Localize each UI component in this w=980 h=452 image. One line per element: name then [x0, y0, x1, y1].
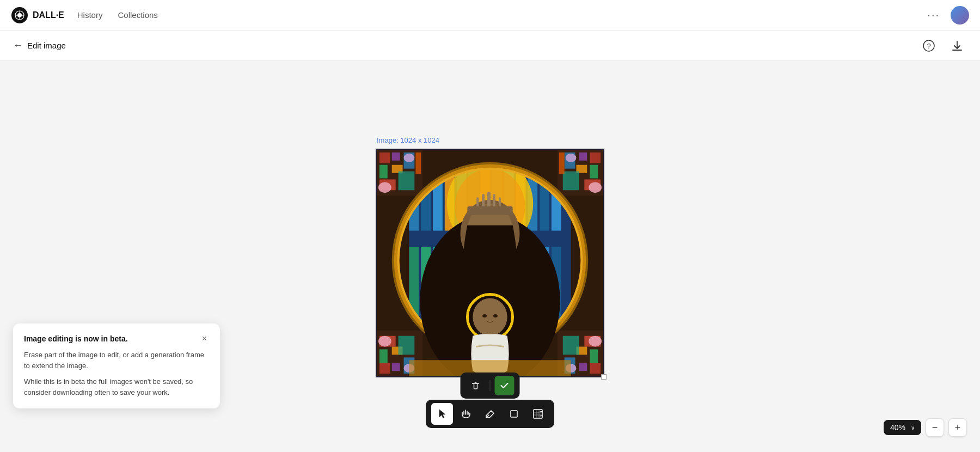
page-title: Edit image	[27, 41, 66, 50]
svg-point-28	[589, 182, 602, 193]
zoom-in-button[interactable]: +	[948, 418, 967, 437]
crop-icon	[509, 408, 519, 419]
tool-bar	[426, 400, 554, 428]
svg-rect-93	[534, 410, 542, 418]
tool-bar-container	[426, 400, 554, 428]
crop-tool-button[interactable]	[503, 403, 525, 425]
svg-rect-43	[590, 349, 598, 363]
cursor-icon	[437, 408, 448, 419]
zoom-plus-icon: +	[955, 422, 961, 433]
main-content: Image: 1024 x 1024	[0, 61, 980, 452]
download-button[interactable]	[947, 36, 967, 56]
zoom-minus-icon: −	[932, 422, 938, 433]
delete-button[interactable]	[466, 376, 486, 395]
zoom-level-label: 40%	[890, 423, 905, 432]
svg-rect-9	[379, 152, 390, 163]
pan-tool-button[interactable]	[455, 403, 477, 425]
svg-rect-16	[415, 152, 421, 174]
svg-point-29	[566, 153, 577, 162]
svg-rect-10	[392, 152, 400, 160]
svg-point-89	[482, 314, 487, 317]
svg-point-18	[404, 153, 415, 162]
download-icon	[951, 40, 963, 52]
notification-close-button[interactable]: ×	[200, 334, 209, 343]
svg-rect-20	[590, 152, 601, 163]
notification-title: Image editing is now in beta.	[24, 334, 128, 343]
resize-handle[interactable]	[601, 374, 607, 380]
frame-icon	[532, 408, 543, 419]
eraser-icon	[485, 408, 495, 419]
confirm-button[interactable]	[495, 376, 514, 395]
svg-rect-11	[379, 164, 388, 178]
svg-rect-15	[399, 171, 415, 190]
svg-point-87	[473, 298, 507, 335]
svg-rect-31	[379, 363, 390, 374]
svg-text:?: ?	[927, 42, 930, 50]
svg-rect-84	[467, 206, 512, 215]
dalle-logo-icon	[11, 7, 28, 24]
svg-point-38	[378, 335, 391, 346]
svg-rect-80	[482, 194, 485, 207]
nav-right: ···	[923, 6, 969, 25]
svg-rect-41	[590, 363, 601, 374]
back-button[interactable]: ← Edit image	[13, 40, 66, 51]
svg-point-48	[589, 335, 602, 346]
bottom-toolbar	[461, 372, 520, 399]
svg-point-90	[493, 314, 498, 317]
svg-rect-47	[563, 335, 579, 355]
action-bar	[461, 372, 520, 399]
zoom-chevron-icon: ∨	[911, 425, 915, 431]
svg-rect-32	[392, 363, 400, 371]
nav-history[interactable]: History	[71, 6, 109, 24]
svg-rect-92	[511, 411, 517, 417]
svg-point-17	[378, 182, 391, 193]
image-container[interactable]	[376, 149, 604, 377]
zoom-selector[interactable]: 40% ∨	[884, 420, 921, 435]
zoom-control: 40% ∨ − +	[884, 418, 967, 437]
user-avatar[interactable]	[951, 6, 969, 25]
hand-icon	[461, 408, 471, 419]
svg-rect-79	[487, 192, 491, 208]
svg-rect-37	[399, 335, 415, 355]
svg-rect-21	[579, 152, 587, 160]
back-arrow-icon: ←	[13, 40, 23, 51]
notification-header: Image editing is now in beta. ×	[24, 334, 209, 343]
more-options-button[interactable]: ···	[923, 7, 944, 23]
help-button[interactable]: ?	[919, 36, 939, 56]
eraser-tool-button[interactable]	[479, 403, 501, 425]
svg-rect-22	[590, 164, 598, 178]
svg-rect-26	[563, 171, 579, 190]
notification-text-2: While this is in beta the full images wo…	[24, 376, 209, 398]
frame-tool-button[interactable]	[527, 403, 549, 425]
canvas-area: Image: 1024 x 1024	[376, 136, 604, 377]
image-wrapper	[377, 150, 603, 376]
zoom-out-button[interactable]: −	[926, 418, 944, 437]
checkmark-icon	[500, 381, 510, 390]
top-nav: DALL·E History Collections ···	[0, 0, 980, 30]
secondary-nav: ← Edit image ?	[0, 30, 980, 61]
secondary-nav-actions: ?	[919, 36, 967, 56]
image-dimensions-label: Image: 1024 x 1024	[377, 136, 439, 144]
logo[interactable]: DALL·E	[11, 7, 64, 24]
svg-rect-27	[559, 152, 565, 174]
svg-rect-81	[493, 194, 495, 207]
action-divider	[490, 380, 491, 391]
trash-icon	[471, 381, 481, 390]
help-icon: ?	[923, 40, 935, 52]
logo-text: DALL·E	[33, 10, 64, 20]
notification-text-1: Erase part of the image to edit, or add …	[24, 350, 209, 371]
svg-rect-42	[579, 363, 587, 371]
svg-rect-33	[379, 349, 388, 363]
notification-card: Image editing is now in beta. × Erase pa…	[13, 323, 220, 408]
select-tool-button[interactable]	[431, 403, 453, 425]
stained-glass-image	[377, 150, 603, 376]
nav-collections[interactable]: Collections	[111, 6, 164, 24]
